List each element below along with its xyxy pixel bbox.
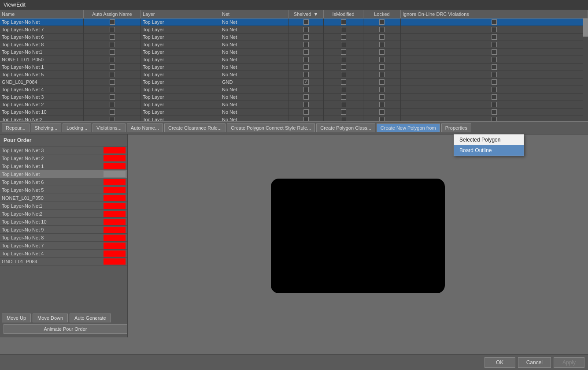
pour-order-item[interactable]: Top Layer-No Net2 [0,210,127,218]
table-row[interactable]: Top Layer-No Net 7 Top Layer No Net [0,26,588,34]
locked-checkbox[interactable] [379,49,385,55]
table-row[interactable]: Top Layer-No Net2 Top Layer No Net [0,116,588,121]
table-row[interactable]: Top Layer-No Net 5 Top Layer No Net [0,71,588,78]
auto-checkbox[interactable] [110,42,115,47]
auto-checkbox[interactable] [110,64,115,70]
selected-polygon-option[interactable]: Selected Polygon [454,135,524,145]
move-down-button[interactable]: Move Down [33,314,68,322]
table-row[interactable]: GND_L01_P084 Top Layer GND [0,78,588,86]
table-row[interactable]: Top Layer-No Net 1 Top Layer No Net [0,64,588,71]
locked-checkbox[interactable] [379,34,385,40]
board-outline-option[interactable]: Board Outline [454,145,524,156]
ignore-checkbox[interactable] [492,19,497,25]
ignore-checkbox[interactable] [492,42,497,47]
create-clearance-button[interactable]: Create Clearance Rule... [164,123,226,132]
ismod-checkbox[interactable] [341,102,346,107]
shelving-button[interactable]: Shelving... [31,123,61,132]
locked-checkbox[interactable] [379,72,385,77]
ismod-checkbox[interactable] [341,87,346,92]
ignore-checkbox[interactable] [492,117,497,121]
animate-pour-button[interactable]: Animate Pour Order [4,324,127,334]
shelved-checkbox[interactable] [303,94,309,100]
auto-generate-button[interactable]: Auto Generate [70,314,111,322]
table-scrollbar[interactable] [583,10,588,121]
pour-order-item[interactable]: GND_L01_P084 [0,258,127,265]
shelved-checkbox[interactable] [303,79,309,85]
ismod-checkbox[interactable] [341,94,346,100]
pour-order-item[interactable]: Top Layer-No Net 1 [0,162,127,170]
create-new-polygon-button[interactable]: Create New Polygon from [377,123,440,132]
ignore-checkbox[interactable] [492,27,497,32]
table-row[interactable]: Top Layer-No Net 2 Top Layer No Net [0,101,588,108]
create-polygon-class-button[interactable]: Create Polygon Class... [316,123,375,132]
pour-order-item[interactable]: Top Layer-No Net1 [0,202,127,210]
ignore-checkbox[interactable] [492,109,497,115]
pour-order-item[interactable]: Top Layer-No Net 5 [0,186,127,194]
locked-checkbox[interactable] [379,109,385,115]
auto-checkbox[interactable] [110,19,115,25]
pour-order-item[interactable]: Top Layer-No Net 7 [0,242,127,250]
auto-checkbox[interactable] [110,87,115,92]
auto-checkbox[interactable] [110,72,115,77]
ignore-checkbox[interactable] [492,49,497,55]
auto-checkbox[interactable] [110,109,115,115]
ismod-checkbox[interactable] [341,117,346,121]
violations-button[interactable]: Violations... [92,123,126,132]
pour-order-item[interactable]: Top Layer-No Net 10 [0,218,127,226]
ignore-checkbox[interactable] [492,72,497,77]
table-row[interactable]: Top Layer-No Net 3 Top Layer No Net [0,93,588,101]
pour-order-item[interactable]: Top Layer-No Net 4 [0,250,127,258]
pour-order-item[interactable]: Top Layer-No Net 8 [0,234,127,242]
shelved-checkbox[interactable] [303,117,309,121]
auto-checkbox[interactable] [110,79,115,85]
ismod-checkbox[interactable] [341,34,346,40]
cancel-button[interactable]: Cancel [518,357,551,368]
move-up-button[interactable]: Move Up [2,314,31,322]
locked-checkbox[interactable] [379,79,385,85]
ignore-checkbox[interactable] [492,34,497,40]
ismod-checkbox[interactable] [341,72,346,77]
shelved-checkbox[interactable] [303,102,309,107]
shelved-checkbox[interactable] [303,57,309,62]
locked-checkbox[interactable] [379,57,385,62]
table-row[interactable]: Top Layer-No Net 6 Top Layer No Net [0,34,588,41]
table-row[interactable]: Top Layer-No Net 8 Top Layer No Net [0,41,588,49]
table-row[interactable]: Top Layer-No Net 10 Top Layer No Net [0,108,588,116]
auto-checkbox[interactable] [110,94,115,100]
locked-checkbox[interactable] [379,19,385,25]
ismod-checkbox[interactable] [341,57,346,62]
locked-checkbox[interactable] [379,102,385,107]
auto-checkbox[interactable] [110,34,115,40]
locked-checkbox[interactable] [379,42,385,47]
ignore-checkbox[interactable] [492,87,497,92]
ignore-checkbox[interactable] [492,64,497,70]
table-row[interactable]: Top Layer-No Net Top Layer No Net [0,19,588,26]
shelved-checkbox[interactable] [303,87,309,92]
locked-checkbox[interactable] [379,117,385,121]
pour-order-item[interactable]: Top Layer-No Net 6 [0,178,127,186]
auto-checkbox[interactable] [110,57,115,62]
shelved-checkbox[interactable] [303,42,309,47]
shelved-checkbox[interactable] [303,109,309,115]
ignore-checkbox[interactable] [492,94,497,100]
properties-button[interactable]: Properties [441,123,471,132]
locked-checkbox[interactable] [379,87,385,92]
pour-order-item[interactable]: Top Layer-No Net [0,170,127,178]
repour-button[interactable]: Repour... [2,123,30,132]
ismod-checkbox[interactable] [341,64,346,70]
apply-button[interactable]: Apply [554,357,584,368]
table-row[interactable]: Top Layer-No Net1 Top Layer No Net [0,49,588,56]
shelved-checkbox[interactable] [303,19,309,25]
pour-order-item[interactable]: Top Layer-No Net 2 [0,154,127,162]
shelved-checkbox[interactable] [303,49,309,55]
pour-order-item[interactable]: NONET_L01_P050 [0,194,127,202]
ismod-checkbox[interactable] [341,27,346,32]
pour-order-item[interactable]: Top Layer-No Net 3 [0,146,127,154]
ismod-checkbox[interactable] [341,109,346,115]
ignore-checkbox[interactable] [492,57,497,62]
auto-checkbox[interactable] [110,27,115,32]
shelved-checkbox[interactable] [303,72,309,77]
ok-button[interactable]: OK [484,357,515,368]
locked-checkbox[interactable] [379,94,385,100]
locked-checkbox[interactable] [379,64,385,70]
